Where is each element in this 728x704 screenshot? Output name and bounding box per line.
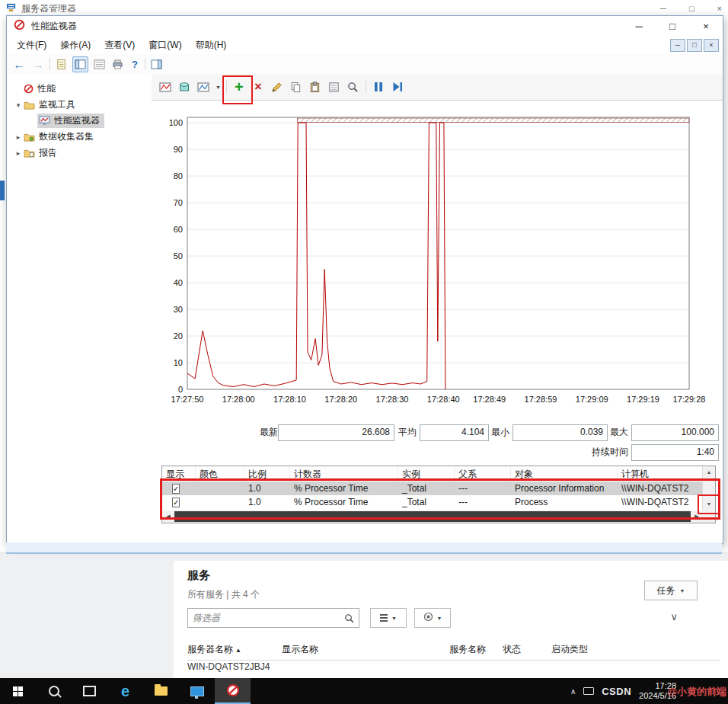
help-icon[interactable]: ?: [129, 59, 141, 70]
filter-save-button[interactable]: ▼: [414, 608, 451, 628]
legend-vertical-scrollbar[interactable]: ▲ ▼: [702, 466, 715, 510]
change-graph-type-icon[interactable]: [196, 80, 210, 94]
column-server-name[interactable]: 服务器名称▲: [187, 643, 282, 656]
legend-header-show[interactable]: 显示: [162, 466, 196, 482]
properties-icon[interactable]: [327, 80, 341, 94]
services-table-row[interactable]: WIN-DQATST2JBJ4: [187, 661, 720, 677]
legend-header-color[interactable]: 颜色: [196, 466, 244, 482]
perfmon-maximize-button[interactable]: □: [656, 16, 689, 36]
legend-header-row: 显示 颜色 比例 计数器 实例 父系 对象 计算机: [162, 466, 703, 482]
menu-file[interactable]: 文件(F): [10, 36, 53, 54]
perfmon-window-title: 性能监视器: [31, 20, 77, 33]
scroll-right-icon[interactable]: ▶: [691, 514, 703, 520]
svg-text:70: 70: [174, 198, 183, 207]
legend-row-process[interactable]: ✓ 1.0 % Processor Time _Total --- Proces…: [162, 495, 703, 509]
column-service-name[interactable]: 服务名称: [449, 643, 503, 656]
taskbar-search-button[interactable]: [36, 678, 72, 704]
column-startup-type[interactable]: 启动类型: [551, 643, 720, 656]
scrollbar-thumb[interactable]: [174, 511, 691, 522]
scroll-up-icon[interactable]: ▲: [703, 466, 715, 478]
toolbar-separator: [226, 81, 227, 93]
column-status[interactable]: 状态: [503, 643, 551, 656]
svg-text:17:28:49: 17:28:49: [473, 395, 506, 404]
sm-maximize-button[interactable]: □: [689, 4, 694, 13]
task-view-button[interactable]: [72, 678, 107, 704]
show-hide-action-pane-icon[interactable]: [149, 57, 164, 72]
legend-header-scale[interactable]: 比例: [244, 466, 290, 482]
perfmon-chart-toolbar: ▼ + ×: [152, 74, 723, 101]
scroll-down-icon[interactable]: ▼: [703, 498, 715, 510]
child-close-button[interactable]: ×: [704, 39, 719, 52]
legend-header-object[interactable]: 对象: [511, 466, 618, 482]
perfmon-close-button[interactable]: ×: [689, 16, 723, 36]
svg-text:80: 80: [174, 171, 183, 181]
paste-counter-list-icon[interactable]: [308, 80, 322, 94]
show-checkbox[interactable]: ✓: [172, 484, 180, 494]
list-view-icon[interactable]: [92, 57, 107, 72]
legend-row-processor-information[interactable]: ✓ 1.0 % Processor Time _Total --- Proces…: [162, 482, 703, 495]
legend-header-computer[interactable]: 计算机: [618, 466, 703, 482]
filter-list-button[interactable]: ▼: [370, 608, 407, 628]
navigate-back-icon[interactable]: ←: [11, 58, 27, 71]
perfmon-minimize-button[interactable]: ─: [622, 16, 656, 36]
scroll-left-icon[interactable]: ◀: [162, 514, 174, 520]
legend-header-instance[interactable]: 实例: [398, 466, 455, 482]
tree-item-reports[interactable]: ▸ 报告: [7, 145, 152, 161]
add-counter-icon[interactable]: +: [232, 80, 246, 94]
start-button[interactable]: [0, 678, 36, 704]
view-log-data-icon[interactable]: [177, 80, 191, 94]
legend-computer: \\WIN-DQATST2: [618, 482, 703, 495]
legend-header-counter[interactable]: 计数器: [290, 466, 398, 482]
delete-counter-icon[interactable]: ×: [251, 80, 265, 94]
freeze-display-icon[interactable]: [372, 80, 385, 94]
legend-horizontal-scrollbar[interactable]: ◀ ▶: [162, 510, 703, 523]
graph-type-dropdown-icon[interactable]: ▼: [216, 85, 221, 90]
collapse-section-icon[interactable]: ∨: [670, 611, 678, 622]
zoom-icon[interactable]: [346, 80, 360, 94]
tasks-button-label: 任务: [657, 584, 675, 597]
menu-view[interactable]: 查看(V): [97, 36, 142, 54]
navigate-forward-icon[interactable]: →: [30, 58, 46, 71]
taskbar-file-explorer-button[interactable]: [143, 678, 179, 704]
data-collector-folder-icon: [24, 133, 35, 142]
highlight-pencil-icon[interactable]: [270, 80, 284, 94]
print-icon[interactable]: [110, 57, 125, 72]
update-data-icon[interactable]: [391, 80, 404, 94]
column-display-name[interactable]: 显示名称: [282, 643, 449, 656]
tree-item-performance-monitor[interactable]: 性能监视器: [7, 113, 152, 129]
legend-header-parent[interactable]: 父系: [455, 466, 511, 482]
child-minimize-button[interactable]: ─: [670, 39, 685, 52]
tree-item-data-collector-sets[interactable]: ▸ 数据收集器集: [7, 129, 152, 145]
perfmon-menubar: 文件(F) 操作(A) 查看(V) 窗口(W) 帮助(H) ─ □ ×: [7, 36, 723, 55]
watermark-brand: CSDN: [602, 686, 631, 697]
menu-action[interactable]: 操作(A): [53, 36, 97, 54]
collapse-arrow-icon[interactable]: ▾: [13, 101, 24, 109]
show-hide-console-tree-icon[interactable]: [72, 56, 88, 72]
panel-bottom-edge: [6, 542, 722, 554]
show-hidden-icons-button[interactable]: ∧: [570, 687, 576, 696]
server-manager-title: 服务器管理器: [21, 2, 76, 15]
menu-help[interactable]: 帮助(H): [189, 36, 234, 54]
copy-properties-icon[interactable]: [289, 80, 303, 94]
taskbar-edge-button[interactable]: e: [107, 678, 143, 704]
svg-text:17:28:10: 17:28:10: [273, 395, 306, 404]
tasks-button[interactable]: 任务 ▼: [644, 581, 698, 600]
perfmon-line-chart: 010203040506070809010017:27:5017:28:0017…: [152, 109, 721, 414]
sm-close-button[interactable]: ×: [717, 4, 722, 13]
expand-arrow-icon[interactable]: ▸: [13, 149, 24, 157]
cell-server-name: WIN-DQATST2JBJ4: [187, 661, 282, 677]
child-restore-button[interactable]: □: [687, 39, 702, 52]
taskbar-server-manager-button[interactable]: [179, 678, 215, 704]
export-list-icon[interactable]: [54, 57, 69, 72]
sm-minimize-button[interactable]: ─: [660, 4, 666, 13]
menu-window[interactable]: 窗口(W): [142, 36, 188, 54]
expand-arrow-icon[interactable]: ▸: [13, 133, 24, 141]
touch-keyboard-icon[interactable]: [583, 687, 594, 695]
toolbar-separator: [366, 81, 366, 93]
filter-input[interactable]: [188, 612, 340, 624]
tree-item-monitoring-tools[interactable]: ▾ 监视工具: [7, 97, 152, 113]
taskbar-perfmon-button[interactable]: [215, 678, 251, 704]
tree-item-performance-root[interactable]: 性能: [7, 81, 152, 97]
view-current-activity-icon[interactable]: [158, 80, 172, 94]
show-checkbox[interactable]: ✓: [172, 498, 180, 507]
